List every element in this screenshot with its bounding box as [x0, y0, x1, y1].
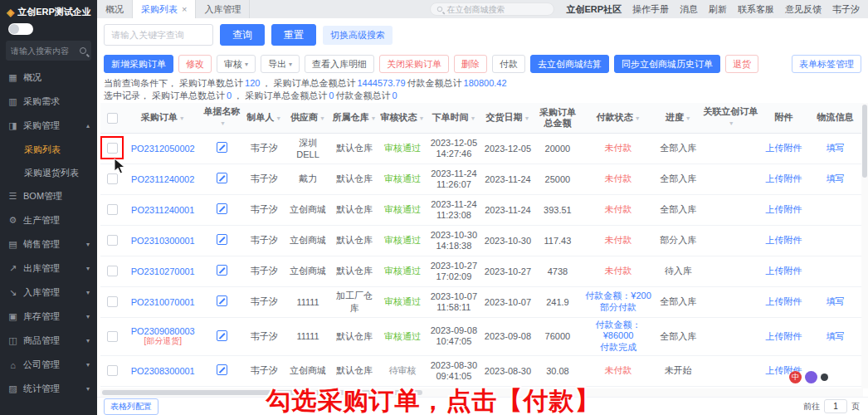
col-header-maker[interactable]: 制单人▼ — [242, 103, 286, 133]
edit-icon[interactable] — [217, 203, 227, 214]
logistics-fill-link[interactable]: 填写 — [826, 173, 844, 183]
upload-attachment-link[interactable]: 上传附件 — [765, 173, 802, 183]
upload-attachment-link[interactable]: 上传附件 — [765, 296, 802, 306]
sidebar-search-input[interactable] — [11, 46, 80, 56]
edit-icon[interactable] — [217, 142, 227, 153]
sync-mall-orders-button[interactable]: 同步立创商城历史订单 — [614, 55, 720, 73]
sidebar-item-overview[interactable]: ▦概况 — [0, 66, 97, 90]
search-icon[interactable] — [80, 47, 86, 54]
mall-search[interactable] — [430, 2, 554, 16]
pay-button[interactable]: 付款 — [492, 55, 525, 73]
po-link[interactable]: PO2311240002 — [131, 174, 194, 184]
theme-toggle[interactable] — [8, 23, 33, 35]
link-erp-community[interactable]: 立创ERP社区 — [566, 3, 622, 16]
mall-search-input[interactable] — [446, 5, 548, 14]
filter-icon[interactable]: ▼ — [418, 115, 424, 121]
link-manual[interactable]: 操作手册 — [632, 3, 669, 16]
filter-icon[interactable]: ▼ — [729, 120, 734, 126]
po-link[interactable]: PO2310300001 — [131, 236, 195, 246]
mall-settle-button[interactable]: 去立创商城结算 — [530, 55, 609, 73]
po-link[interactable]: PO2310270001 — [131, 266, 195, 276]
widget-dot-icon[interactable] — [821, 374, 828, 381]
page-number-input[interactable] — [824, 399, 847, 413]
tab-inbound[interactable]: 入库管理 — [196, 0, 250, 18]
advanced-search-toggle[interactable]: 切换高级搜索 — [323, 26, 393, 45]
user-menu[interactable]: 韦子汐 — [832, 3, 860, 16]
col-header-warehouse[interactable]: 所属仓库▼ — [329, 103, 378, 133]
po-link[interactable]: PO2309080003 — [131, 326, 195, 336]
edit-button[interactable]: 修改 — [178, 55, 212, 73]
row-checkbox[interactable] — [107, 296, 118, 307]
sidebar-item-purchase-list[interactable]: 采购列表 — [0, 138, 97, 161]
refund-button[interactable]: 退货 — [725, 55, 758, 73]
delete-button[interactable]: 删除 — [454, 55, 487, 73]
filter-icon[interactable]: ▼ — [470, 115, 475, 121]
upload-attachment-link[interactable]: 上传附件 — [765, 143, 802, 153]
form-tag-manage-button[interactable]: 表单标签管理 — [792, 55, 861, 73]
col-header-audit-status[interactable]: 审核状态▼ — [378, 103, 426, 133]
filter-icon[interactable]: ▼ — [276, 115, 281, 121]
edit-icon[interactable] — [217, 364, 227, 375]
filter-icon[interactable]: ▼ — [524, 115, 529, 121]
po-link[interactable]: PO2308300001 — [131, 366, 195, 376]
close-purchase-order-button[interactable]: 关闭采购订单 — [379, 55, 449, 73]
export-dropdown-button[interactable]: 导出▾ — [261, 55, 300, 73]
link-support[interactable]: 联系客服 — [738, 3, 774, 16]
col-header-doc-name[interactable]: 单据名称▼ — [202, 103, 242, 133]
audit-dropdown-button[interactable]: 审核▾ — [217, 55, 256, 73]
col-header-supplier[interactable]: 供应商▼ — [286, 103, 330, 133]
tab-overview[interactable]: 概况 — [97, 0, 133, 18]
sidebar-item-production[interactable]: ⚙生产管理 — [0, 208, 97, 232]
sidebar-item-company[interactable]: ⌂公司管理▾ — [0, 353, 97, 377]
sidebar-search[interactable] — [6, 41, 91, 61]
filter-icon[interactable]: ▼ — [685, 115, 691, 121]
row-checkbox[interactable] — [107, 204, 118, 215]
logistics-fill-link[interactable]: 填写 — [826, 331, 844, 341]
sidebar-item-purchase-management[interactable]: ◨采购管理▴ — [0, 114, 97, 138]
filter-icon[interactable]: ▼ — [179, 115, 185, 121]
filter-icon[interactable]: ▼ — [635, 115, 641, 121]
logistics-fill-link[interactable]: 填写 — [826, 143, 844, 153]
link-refresh[interactable]: 刷新 — [709, 3, 727, 16]
filter-icon[interactable]: ▼ — [220, 120, 226, 126]
vertical-scrollbar[interactable] — [861, 103, 868, 388]
sidebar-item-inbound[interactable]: ↘入库管理▾ — [0, 281, 97, 305]
col-header-total-amount[interactable]: 采购订单总金额 — [534, 103, 581, 133]
edit-icon[interactable] — [217, 295, 227, 306]
col-header-deliver-date[interactable]: 交货日期▼ — [481, 103, 534, 133]
po-link[interactable]: PO2311240001 — [131, 205, 194, 215]
scrollbar-thumb[interactable] — [862, 105, 867, 178]
sidebar-item-purchase-demand[interactable]: ▥采购需求 — [0, 90, 97, 114]
view-inbound-detail-button[interactable]: 查看入库明细 — [305, 55, 374, 73]
row-checkbox[interactable] — [107, 173, 118, 184]
sidebar-item-goods[interactable]: ◫商品管理▾ — [0, 329, 97, 353]
link-messages[interactable]: 消息 — [680, 3, 698, 16]
tab-purchase-list[interactable]: 采购列表× — [133, 0, 196, 18]
edit-icon[interactable] — [217, 173, 227, 183]
column-config-button[interactable]: 表格列配置 — [104, 398, 158, 415]
sidebar-item-outbound[interactable]: ↗出库管理▾ — [0, 256, 97, 281]
logistics-fill-link[interactable]: 填写 — [826, 296, 844, 306]
upload-attachment-link[interactable]: 上传附件 — [765, 235, 802, 245]
upload-attachment-link[interactable]: 上传附件 — [765, 331, 802, 341]
row-checkbox[interactable] — [107, 365, 118, 376]
reset-button[interactable]: 重置 — [271, 24, 316, 46]
sidebar-item-bom[interactable]: ☰BOM管理 — [0, 184, 97, 208]
sidebar-item-statistics[interactable]: ▨统计管理▾ — [0, 377, 97, 401]
col-header-order-time[interactable]: 下单时间▼ — [426, 103, 481, 133]
filter-icon[interactable]: ▼ — [370, 115, 376, 121]
upload-attachment-link[interactable]: 上传附件 — [765, 266, 802, 276]
select-all-checkbox[interactable] — [107, 113, 118, 124]
sidebar-item-purchase-return-list[interactable]: 采购退货列表 — [0, 161, 97, 184]
edit-icon[interactable] — [217, 330, 227, 341]
close-icon[interactable]: × — [182, 4, 187, 14]
translate-extension-icon[interactable]: 中 — [789, 371, 802, 383]
add-purchase-order-button[interactable]: 新增采购订单 — [104, 55, 173, 73]
col-header-linked-order[interactable]: 关联立创订单▼ — [701, 103, 760, 133]
filter-icon[interactable]: ▼ — [319, 115, 325, 121]
link-feedback[interactable]: 意见反馈 — [785, 3, 822, 16]
col-header-progress[interactable]: 进度▼ — [656, 103, 701, 133]
row-checkbox[interactable] — [107, 235, 118, 246]
col-header-po[interactable]: 采购订单▼ — [124, 103, 202, 133]
sidebar-item-sales[interactable]: ▤销售管理▾ — [0, 232, 97, 256]
